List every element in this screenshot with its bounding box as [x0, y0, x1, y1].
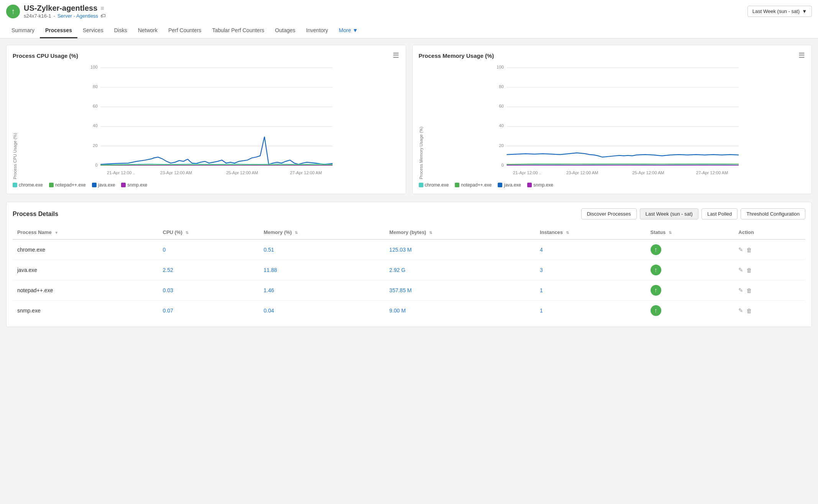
memory-chart-title: Process Memory Usage (%) ☰: [419, 51, 806, 60]
status-cell: ↑: [646, 260, 734, 280]
legend-snmp-color: [121, 183, 126, 187]
legend-notepad-mem-label: notepad++.exe: [461, 182, 492, 188]
legend-java-cpu: java.exe: [92, 182, 115, 188]
nav-tabular-perf-counters[interactable]: Tabular Perf Counters: [207, 23, 270, 38]
svg-text:40: 40: [93, 123, 97, 128]
process-name-cell: chrome.exe: [13, 239, 158, 260]
col-process-name[interactable]: Process Name ▼: [13, 226, 158, 239]
svg-text:20: 20: [499, 143, 503, 148]
memory-chart-svg: 100 80 60 40 20 0 21-Apr 12:00 ..: [425, 64, 806, 179]
legend-notepad-mem: notepad++.exe: [455, 182, 492, 188]
nav-disks[interactable]: Disks: [109, 23, 133, 38]
edit-icon[interactable]: ✎: [738, 267, 743, 273]
table-row: chrome.exe 0 0.51 125.03 M 4 ↑ ✎ 🗑: [13, 239, 805, 260]
action-icons: ✎ 🗑: [738, 267, 801, 273]
delete-icon[interactable]: 🗑: [746, 247, 752, 253]
col-status[interactable]: Status ⇅: [646, 226, 734, 239]
cpu-cell: 2.52: [158, 260, 259, 280]
delete-icon[interactable]: 🗑: [746, 308, 752, 314]
nav-services[interactable]: Services: [77, 23, 109, 38]
process-details-title: Process Details: [13, 211, 58, 218]
memory-pct-cell: 11.88: [259, 260, 385, 280]
cpu-chart-title: Process CPU Usage (%) ☰: [13, 51, 400, 60]
col-memory-pct[interactable]: Memory (%) ⇅: [259, 226, 385, 239]
nav-inventory[interactable]: Inventory: [301, 23, 334, 38]
col-cpu[interactable]: CPU (%) ⇅: [158, 226, 259, 239]
edit-icon[interactable]: ✎: [738, 246, 743, 253]
chevron-down-icon: ▼: [802, 8, 807, 14]
process-details: Process Details Discover Processes Last …: [6, 202, 812, 327]
separator: -: [54, 13, 55, 19]
more-label: More: [339, 27, 351, 33]
header-left: ↑ US-Zylker-agentless ≡ s24x7-k16-1 - Se…: [6, 4, 106, 19]
delete-icon[interactable]: 🗑: [746, 287, 752, 294]
col-instances[interactable]: Instances ⇅: [535, 226, 646, 239]
table-head: Process Name ▼ CPU (%) ⇅ Memory (%) ⇅ Me…: [13, 226, 805, 239]
last-polled-button[interactable]: Last Polled: [702, 208, 738, 219]
server-info: US-Zylker-agentless ≡ s24x7-k16-1 - Serv…: [24, 4, 106, 19]
header-top: ↑ US-Zylker-agentless ≡ s24x7-k16-1 - Se…: [6, 4, 812, 22]
cpu-y-axis-label: Process CPU Usage (%): [13, 64, 17, 179]
nav-more[interactable]: More ▼: [333, 23, 363, 38]
status-up-icon: ↑: [651, 265, 661, 275]
charts-row: Process CPU Usage (%) ☰ Process CPU Usag…: [6, 45, 812, 194]
edit-icon[interactable]: ✎: [738, 287, 743, 294]
menu-icon[interactable]: ≡: [100, 5, 104, 12]
action-cell: ✎ 🗑: [734, 301, 805, 321]
header: ↑ US-Zylker-agentless ≡ s24x7-k16-1 - Se…: [0, 0, 818, 39]
svg-text:60: 60: [499, 104, 503, 108]
legend-java-mem-color: [498, 183, 502, 187]
date-picker[interactable]: Last Week (sun - sat) ▼: [748, 6, 812, 17]
svg-text:0: 0: [501, 163, 503, 167]
svg-text:100: 100: [497, 65, 504, 69]
nav-summary[interactable]: Summary: [6, 23, 40, 38]
process-name-cell: snmp.exe: [13, 301, 158, 321]
legend-chrome-label: chrome.exe: [19, 182, 43, 188]
process-name-cell: java.exe: [13, 260, 158, 280]
legend-chrome-mem-label: chrome.exe: [425, 182, 449, 188]
action-icons: ✎ 🗑: [738, 246, 801, 253]
svg-text:25-Apr 12:00 AM: 25-Apr 12:00 AM: [226, 170, 258, 175]
table-row: java.exe 2.52 11.88 2.92 G 3 ↑ ✎ 🗑: [13, 260, 805, 280]
cpu-chart-menu-icon[interactable]: ☰: [393, 51, 400, 60]
threshold-config-button[interactable]: Threshold Configuration: [741, 208, 805, 219]
memory-bytes-cell: 125.03 M: [385, 239, 535, 260]
server-link[interactable]: Server - Agentless: [57, 13, 98, 19]
memory-chart-legend: chrome.exe notepad++.exe java.exe snmp.e…: [419, 182, 806, 188]
nav-outages[interactable]: Outages: [270, 23, 301, 38]
memory-chart-area: Process Memory Usage (%) 100 80 60 40 20: [419, 64, 806, 179]
cpu-chart-card: Process CPU Usage (%) ☰ Process CPU Usag…: [6, 45, 406, 194]
memory-bytes-cell: 357.85 M: [385, 280, 535, 301]
last-week-button[interactable]: Last Week (sun - sat): [640, 208, 698, 219]
table-header-row: Process Name ▼ CPU (%) ⇅ Memory (%) ⇅ Me…: [13, 226, 805, 239]
legend-java-color: [92, 183, 97, 187]
memory-chart-card: Process Memory Usage (%) ☰ Process Memor…: [412, 45, 812, 194]
action-icons: ✎ 🗑: [738, 307, 801, 314]
delete-icon[interactable]: 🗑: [746, 267, 752, 273]
cpu-chart-svg: 100 80 60 40 20 0 21-Apr 12:00 ..: [19, 64, 400, 179]
svg-text:23-Apr 12:00 AM: 23-Apr 12:00 AM: [160, 170, 192, 175]
action-cell: ✎ 🗑: [734, 280, 805, 301]
legend-notepad-label: notepad++.exe: [55, 182, 86, 188]
col-memory-bytes[interactable]: Memory (bytes) ⇅: [385, 226, 535, 239]
memory-pct-cell: 0.04: [259, 301, 385, 321]
nav-processes[interactable]: Processes: [40, 23, 77, 38]
svg-text:23-Apr 12:00 AM: 23-Apr 12:00 AM: [566, 170, 598, 175]
svg-text:20: 20: [93, 143, 97, 148]
memory-pct-cell: 0.51: [259, 239, 385, 260]
subtitle: s24x7-k16-1 - Server - Agentless 🏷: [24, 13, 106, 19]
discover-processes-button[interactable]: Discover Processes: [581, 208, 637, 219]
nav-perf-counters[interactable]: Perf Counters: [163, 23, 207, 38]
status-cell: ↑: [646, 301, 734, 321]
legend-notepad-cpu: notepad++.exe: [49, 182, 86, 188]
nav-network[interactable]: Network: [133, 23, 163, 38]
legend-notepad-mem-color: [455, 183, 459, 187]
legend-snmp-mem: snmp.exe: [527, 182, 553, 188]
legend-notepad-color: [49, 183, 54, 187]
svg-text:27-Apr 12:00 AM: 27-Apr 12:00 AM: [696, 170, 728, 175]
svg-text:100: 100: [90, 65, 98, 69]
svg-text:80: 80: [93, 84, 97, 89]
status-up-icon: ↑: [651, 305, 661, 316]
edit-icon[interactable]: ✎: [738, 307, 743, 314]
memory-chart-menu-icon[interactable]: ☰: [798, 51, 805, 60]
